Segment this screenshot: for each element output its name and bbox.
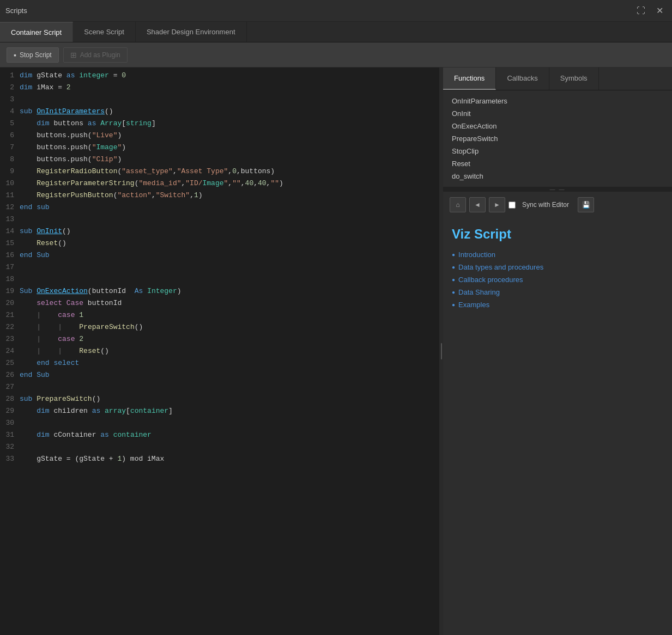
panel-divider[interactable]: — — [443,187,672,191]
table-row: 24 | | Reset() [0,345,439,357]
code-lines: 1 dim gState as integer = 0 2 dim iMax =… [0,68,439,467]
list-item[interactable]: Reset [443,157,672,170]
forward-icon: ► [494,201,500,209]
list-item[interactable]: OnExecAction [443,120,672,132]
plugin-icon: ⊞ [70,51,77,59]
help-link-introduction[interactable]: Introduction [458,251,495,259]
table-row: 1 dim gState as integer = 0 [0,70,439,82]
table-row: 30 [0,417,439,429]
help-panel: Viz Script ● Introduction ● Data types a… [443,218,672,635]
main-content: 1 dim gState as integer = 0 2 dim iMax =… [0,68,672,635]
table-row: 2 dim iMax = 2 [0,82,439,94]
table-row: 6 buttons.push("Live") [0,130,439,142]
table-row: 7 buttons.push("Image") [0,142,439,154]
tab-scene-script[interactable]: Scene Script [73,22,136,42]
table-row: 11 RegisterPushButton("action","Switch",… [0,190,439,202]
table-row: 26 end Sub [0,369,439,381]
table-row: 10 RegisterParameterString("media_id","I… [0,178,439,190]
stop-icon: ▪ [14,51,16,59]
table-row: 27 [0,381,439,393]
table-row: 29 dim children as array[container] [0,405,439,417]
maximize-button[interactable]: ⛶ [633,4,649,17]
table-row: 25 end select [0,357,439,369]
help-item-callbacks: ● Callback procedures [452,276,663,284]
table-row: 12 end sub [0,202,439,213]
list-item[interactable]: PrepareSwitch [443,132,672,145]
help-link-examples[interactable]: Examples [458,301,489,309]
table-row: 5 dim buttons as Array[string] [0,118,439,130]
table-row: 20 select Case buttonId [0,297,439,309]
help-link-callbacks[interactable]: Callback procedures [458,276,523,284]
forward-button[interactable]: ► [489,197,505,212]
help-link-datatypes[interactable]: Data types and procedures [458,263,543,271]
table-row: 13 [0,213,439,225]
add-as-plugin-button[interactable]: ⊞ Add as Plugin [63,47,128,63]
table-row: 14 sub OnInit() [0,225,439,237]
vertical-divider[interactable] [440,68,443,635]
save-icon: 💾 [582,201,590,209]
table-row: 33 gState = (gState + 1) mod iMax [0,453,439,465]
list-item[interactable]: StopClip [443,145,672,157]
table-row: 32 [0,441,439,453]
table-row: 19 Sub OnExecAction(buttonId As Integer) [0,285,439,297]
function-tabs: Functions Callbacks Symbols [443,68,672,90]
back-icon: ◄ [474,201,481,209]
list-item[interactable]: OnInitParameters [443,95,672,107]
help-item-examples: ● Examples [452,301,663,309]
table-row: 28 sub PrepareSwitch() [0,393,439,405]
table-row: 4 sub OnInitParameters() [0,106,439,118]
close-button[interactable]: ✕ [653,4,667,17]
table-row: 22 | | PrepareSwitch() [0,321,439,333]
help-title: Viz Script [452,227,663,242]
help-item-datasharing: ● Data Sharing [452,288,663,296]
table-row: 3 [0,94,439,106]
help-item-introduction: ● Introduction [452,251,663,259]
list-item[interactable]: OnInit [443,107,672,120]
home-button[interactable]: ⌂ [450,197,466,212]
table-row: 23 | case 2 [0,333,439,345]
bullet-icon: ● [452,252,455,258]
table-row: 21 | case 1 [0,309,439,321]
bullet-icon: ● [452,289,455,295]
tab-symbols[interactable]: Symbols [549,68,599,90]
back-button[interactable]: ◄ [469,197,486,212]
nav-controls: ⌂ ◄ ► Sync with Editor 💾 [443,191,672,218]
toolbar: ▪ Stop Script ⊞ Add as Plugin [0,42,672,68]
table-row: 15 Reset() [0,237,439,249]
table-row: 31 dim cContainer as container [0,429,439,441]
bullet-icon: ● [452,264,455,270]
table-row: 9 RegisterRadioButton("asset_type","Asse… [0,166,439,178]
sync-checkbox[interactable] [508,202,516,209]
table-row: 16 end Sub [0,249,439,261]
stop-script-button[interactable]: ▪ Stop Script [7,47,59,63]
home-icon: ⌂ [456,201,459,209]
help-item-datatypes: ● Data types and procedures [452,263,663,271]
tab-callbacks[interactable]: Callbacks [496,68,549,90]
save-button[interactable]: 💾 [578,197,594,212]
title-bar: Scripts ⛶ ✕ [0,0,672,22]
code-editor[interactable]: 1 dim gState as integer = 0 2 dim iMax =… [0,68,440,635]
list-item[interactable]: do_switch [443,170,672,182]
bullet-icon: ● [452,277,455,283]
help-link-datasharing[interactable]: Data Sharing [458,288,500,296]
title-bar-controls: ⛶ ✕ [633,4,667,17]
bullet-icon: ● [452,302,455,308]
right-panel: Functions Callbacks Symbols OnInitParame… [443,68,672,635]
tab-container-script[interactable]: Container Script [0,22,73,42]
tab-shader-design[interactable]: Shader Design Environment [136,22,247,42]
sync-label: Sync with Editor [522,201,569,209]
table-row: 8 buttons.push("Clip") [0,154,439,166]
tab-functions[interactable]: Functions [443,68,496,90]
function-list: OnInitParameters OnInit OnExecAction Pre… [443,90,672,187]
table-row: 17 [0,261,439,273]
app-title: Scripts [5,7,27,15]
tab-bar: Container Script Scene Script Shader Des… [0,22,672,42]
table-row: 18 [0,273,439,285]
